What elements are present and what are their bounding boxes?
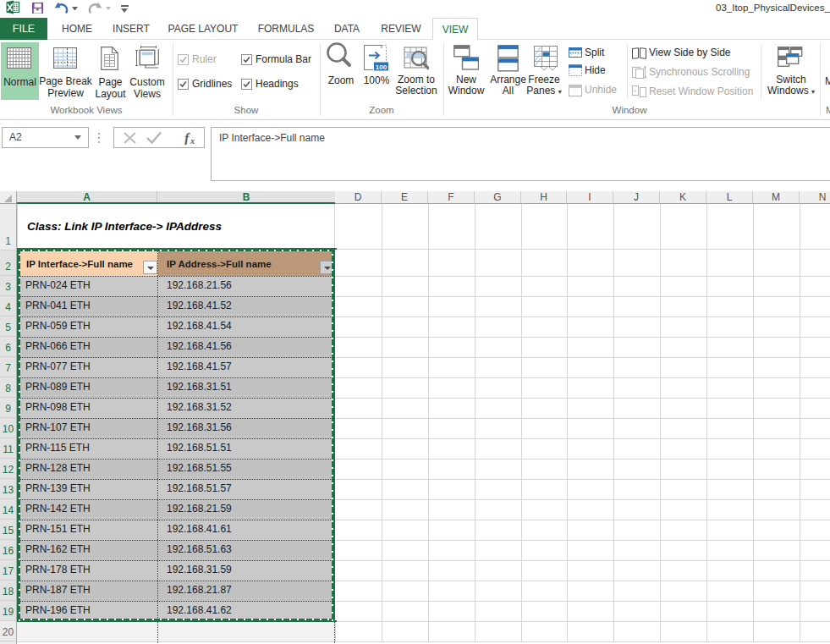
- svg-text:+: +: [634, 88, 637, 94]
- svg-text:x: x: [190, 136, 195, 145]
- svg-text:f: f: [184, 131, 190, 145]
- svg-text:100: 100: [376, 63, 388, 71]
